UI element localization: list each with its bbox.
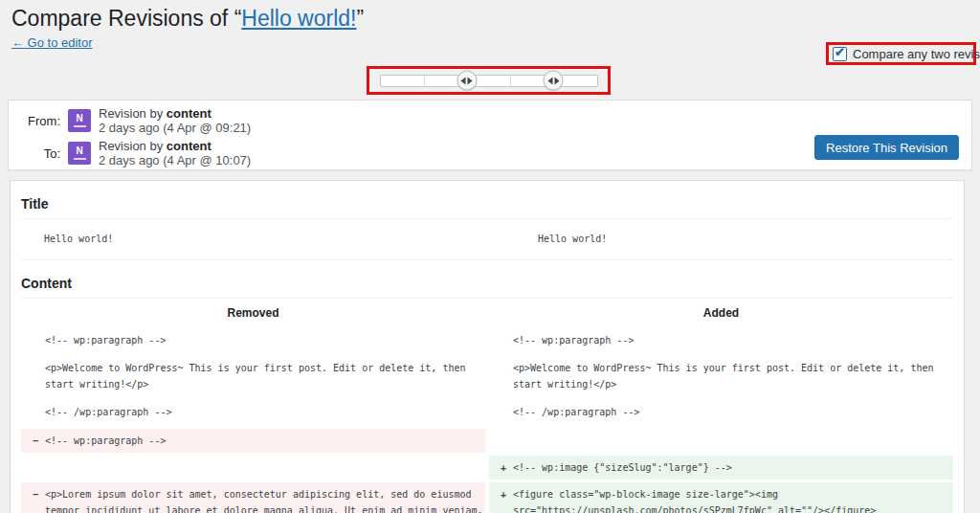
diff-cell-empty [21, 456, 485, 480]
handle-left-arrow-icon [547, 77, 552, 84]
diff-sign [489, 404, 513, 420]
diff-sign [21, 456, 45, 480]
go-to-editor-link[interactable]: ← Go to editor [11, 35, 93, 50]
post-title-link[interactable]: Hello world! [241, 6, 356, 31]
diff-text: <figure class="wp-block-image size-large… [513, 486, 953, 513]
title-new-value: Hello world! [487, 231, 953, 247]
handle-right-arrow-icon [468, 77, 473, 84]
diff-cell-deleted: −<!-- wp:paragraph --> [21, 429, 485, 453]
diff-text [513, 429, 953, 453]
avatar-caption-bar [74, 125, 86, 127]
slider-handle[interactable] [544, 71, 564, 91]
diff-row: −<!-- wp:paragraph --> [21, 429, 953, 453]
avatar: N [68, 142, 91, 165]
diff-row: +<!-- wp:image {"sizeSlug":"large"} --> [21, 456, 953, 480]
diff-cell-context: <!-- /wp:paragraph --> [21, 398, 485, 426]
diff-sign [489, 332, 513, 348]
diff-text: <p>Welcome to WordPress~ This is your fi… [513, 360, 953, 392]
diff-text: <p>Welcome to WordPress~ This is your fi… [45, 360, 485, 392]
added-column-header: Added [489, 305, 953, 322]
content-section-heading: Content [21, 260, 953, 299]
to-line1-prefix: Revision by [99, 139, 167, 153]
from-revision-info: Revision by content 2 days ago (4 Apr @ … [99, 106, 251, 135]
title-diff-row: Hello world! Hello world! [21, 219, 953, 260]
diff-sign [489, 429, 513, 453]
diff-cell-added: +<!-- wp:image {"sizeSlug":"large"} --> [489, 456, 953, 480]
diff-row: <p>Welcome to WordPress~ This is your fi… [21, 354, 953, 398]
page-header: Compare Revisions of “Hello world!” ← Go… [11, 5, 364, 51]
diff-cell-context: <p>Welcome to WordPress~ This is your fi… [21, 354, 485, 398]
avatar-letter: N [76, 114, 82, 123]
compare-checkbox-annotation: ✔ Compare any two revisions [826, 42, 976, 65]
diff-text: <!-- wp:paragraph --> [45, 433, 485, 449]
compare-checkbox[interactable]: ✔ [833, 47, 847, 61]
diff-sign: + [489, 459, 513, 476]
revision-slider-annotation [367, 66, 611, 95]
slider-tick [424, 76, 425, 86]
to-line1: Revision by content [99, 139, 251, 153]
diff-cell-context: <!-- wp:paragraph --> [21, 326, 485, 354]
checkmark-icon: ✔ [835, 45, 845, 59]
diff-sign: − [21, 486, 45, 513]
diff-sign [21, 332, 45, 348]
diff-cell-context: <p>Welcome to WordPress~ This is your fi… [489, 354, 953, 398]
diff-sign [21, 404, 45, 420]
diff-sign: − [21, 433, 45, 449]
diff-sign [21, 360, 45, 392]
diff-text: <!-- /wp:paragraph --> [45, 404, 485, 420]
diff-row: <!-- wp:paragraph --><!-- wp:paragraph -… [21, 326, 953, 354]
avatar-letter: N [76, 146, 82, 156]
page-title-suffix: ” [356, 6, 364, 31]
diff-sign [489, 360, 513, 392]
removed-column-header: Removed [21, 305, 485, 322]
page-title: Compare Revisions of “Hello world!” [11, 5, 364, 33]
from-line1: Revision by content [99, 106, 251, 121]
diff-cell-context: <!-- wp:paragraph --> [489, 326, 953, 354]
diff-sign: + [489, 486, 513, 513]
compare-checkbox-label[interactable]: Compare any two revisions [853, 47, 980, 61]
restore-this-revision-button[interactable]: Restore This Revision [814, 135, 959, 160]
diff-text [45, 456, 485, 480]
diff-cell-empty [489, 429, 953, 453]
page-title-prefix: Compare Revisions of “ [11, 6, 241, 31]
diff-cell-deleted: −<p>Lorem ipsum dolor sit amet, consecte… [21, 482, 485, 513]
diff-text: <!-- wp:paragraph --> [45, 332, 485, 348]
handle-right-arrow-icon [554, 77, 559, 84]
diff-row: −<p>Lorem ipsum dolor sit amet, consecte… [21, 482, 953, 513]
to-revision-info: Revision by content 2 days ago (4 Apr @ … [99, 139, 251, 167]
diff-text: <!-- /wp:paragraph --> [513, 404, 953, 420]
diff-text: <p>Lorem ipsum dolor sit amet, consectet… [45, 486, 485, 513]
avatar: N [68, 109, 91, 132]
from-author: content [167, 106, 212, 121]
diff-cell-added: +<figure class="wp-block-image size-larg… [489, 482, 953, 513]
revision-slider-track[interactable] [380, 75, 598, 87]
avatar-caption-bar [74, 158, 86, 160]
from-timestamp: 2 days ago (4 Apr @ 09:21) [99, 121, 251, 135]
to-timestamp: 2 days ago (4 Apr @ 10:07) [99, 153, 251, 167]
diff-column-headers: Removed Added [21, 299, 953, 326]
diff-text: <!-- wp:paragraph --> [513, 332, 953, 348]
diff-text: <!-- wp:image {"sizeSlug":"large"} --> [513, 459, 953, 476]
diff-row: <!-- /wp:paragraph --><!-- /wp:paragraph… [21, 398, 953, 426]
diff-cell-context: <!-- /wp:paragraph --> [489, 398, 953, 426]
from-label: From: [9, 114, 68, 128]
diff-rows: <!-- wp:paragraph --><!-- wp:paragraph -… [21, 326, 953, 513]
title-old-value: Hello world! [21, 231, 487, 247]
to-author: content [167, 139, 212, 153]
from-row: From: N Revision by content 2 days ago (… [9, 105, 971, 136]
revisions-diff-panel: Title Hello world! Hello world! Content … [10, 180, 965, 513]
slider-handle[interactable] [457, 71, 477, 91]
handle-left-arrow-icon [461, 77, 466, 84]
slider-tick [510, 76, 511, 86]
revisions-meta-panel: From: N Revision by content 2 days ago (… [8, 100, 972, 170]
to-label: To: [9, 146, 68, 161]
from-line1-prefix: Revision by [99, 106, 167, 121]
title-section-heading: Title [21, 181, 953, 219]
